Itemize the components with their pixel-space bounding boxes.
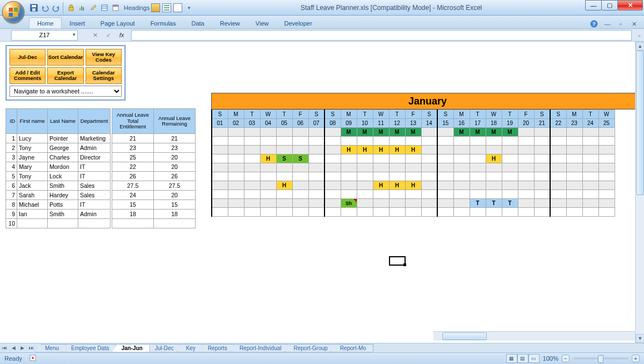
calendar-cell[interactable] (550, 199, 566, 208)
calendar-cell[interactable] (518, 208, 534, 217)
calendar-cell[interactable] (421, 208, 437, 217)
calendar-cell[interactable] (453, 172, 470, 181)
sheet-tab[interactable]: Employee Data (62, 344, 116, 352)
calendar-cell[interactable] (276, 199, 292, 208)
calendar-cell[interactable] (534, 128, 550, 137)
calendar-cell[interactable] (389, 190, 405, 199)
calendar-cell[interactable] (212, 190, 228, 199)
calendar-cell[interactable] (550, 154, 566, 163)
calendar-cell[interactable] (486, 181, 502, 190)
calendar-cell[interactable] (292, 190, 308, 199)
calendar-cell[interactable] (421, 128, 437, 137)
calendar-cell[interactable]: H (373, 146, 389, 154)
calendar-cell[interactable] (486, 163, 502, 172)
calendar-cell[interactable] (502, 146, 518, 154)
calendar-cell[interactable] (260, 190, 276, 199)
calendar-cell[interactable] (437, 181, 453, 190)
calendar-cell[interactable] (244, 154, 260, 163)
page-break-view-icon[interactable]: ▭ (528, 354, 540, 363)
calendar-cell[interactable] (470, 172, 486, 181)
calendar-cell[interactable] (518, 137, 534, 146)
calendar-cell[interactable] (518, 190, 534, 199)
calendar-cell[interactable] (502, 154, 518, 163)
calendar-cell[interactable] (212, 181, 228, 190)
calendar-cell[interactable] (373, 208, 389, 217)
calendar-cell[interactable] (518, 146, 534, 154)
calendar-cell[interactable]: S (292, 154, 308, 163)
calendar-cell[interactable] (550, 208, 566, 217)
calendar-cell[interactable] (357, 199, 373, 208)
calendar-cell[interactable] (373, 199, 389, 208)
calendar-cell[interactable] (598, 146, 615, 154)
calendar-cell[interactable] (453, 190, 470, 199)
header-last-name[interactable]: Last Name (48, 109, 78, 134)
calendar-cell[interactable] (470, 154, 486, 163)
calendar-cell[interactable] (212, 154, 228, 163)
calendar-cell[interactable] (550, 146, 566, 154)
calendar-cell[interactable] (292, 137, 308, 146)
calendar-cell[interactable] (421, 163, 437, 172)
calendar-row[interactable] (212, 163, 615, 172)
calendar-cell[interactable] (405, 208, 421, 217)
calendar-cell[interactable]: H (260, 154, 276, 163)
calendar-cell[interactable] (260, 163, 276, 172)
calendar-cell[interactable] (566, 163, 582, 172)
calendar-cell[interactable]: M (341, 128, 357, 137)
calendar-cell[interactable] (598, 181, 615, 190)
calendar-cell[interactable] (470, 208, 486, 217)
calendar-row[interactable]: ShTTT (212, 199, 615, 208)
calendar-cell[interactable] (212, 199, 228, 208)
calendar-cell[interactable] (502, 163, 518, 172)
calendar-cell[interactable] (276, 146, 292, 154)
calendar-settings-button[interactable]: Calendar Settings (86, 67, 122, 84)
calendar-cell[interactable]: H (486, 154, 502, 163)
header-entitlement[interactable]: Annual Leave Total Entitlement (112, 109, 154, 134)
calendar-cell[interactable] (470, 146, 486, 154)
calendar-cell[interactable] (212, 208, 228, 217)
calendar-cell[interactable] (566, 154, 582, 163)
ribbon-tab-data[interactable]: Data (183, 18, 212, 28)
calendar-cell[interactable] (566, 128, 582, 137)
calendar-cell[interactable] (550, 163, 566, 172)
sort-calendar-button[interactable]: Sort Calendar (47, 49, 83, 66)
zoom-label[interactable]: 100% (543, 355, 558, 362)
calendar-cell[interactable] (373, 154, 389, 163)
calendar-cell[interactable]: M (470, 128, 486, 137)
table-row[interactable]: 10 (6, 219, 196, 228)
calendar-cell[interactable] (276, 208, 292, 217)
table-row[interactable]: 7SarahHardeySales2420 (6, 191, 196, 200)
calendar-cell[interactable] (244, 146, 260, 154)
calendar-cell[interactable] (566, 190, 582, 199)
sheet-tab[interactable]: Report-Mo (331, 344, 373, 352)
calendar-cell[interactable] (502, 172, 518, 181)
calendar-cell[interactable] (486, 146, 502, 154)
calendar-cell[interactable] (598, 208, 615, 217)
calendar-cell[interactable]: Sh (341, 199, 357, 208)
calendar-cell[interactable] (566, 208, 582, 217)
calendar-cell[interactable] (308, 128, 325, 137)
calendar-cell[interactable] (421, 172, 437, 181)
calendar-cell[interactable] (260, 146, 276, 154)
calendar-cell[interactable] (518, 172, 534, 181)
calendar-cell[interactable] (389, 199, 405, 208)
calendar-cell[interactable] (550, 137, 566, 146)
calendar-cell[interactable] (518, 154, 534, 163)
calendar-cell[interactable]: M (389, 128, 405, 137)
table-row[interactable]: 2TonyGeorgeAdmin2323 (6, 143, 196, 153)
calendar-cell[interactable] (534, 154, 550, 163)
calendar-cell[interactable] (534, 181, 550, 190)
calendar-cell[interactable] (308, 163, 325, 172)
calendar-cell[interactable]: T (502, 199, 518, 208)
calendar-cell[interactable] (405, 137, 421, 146)
calendar-cell[interactable] (405, 163, 421, 172)
calendar-cell[interactable]: H (341, 146, 357, 154)
calendar-cell[interactable] (325, 146, 341, 154)
calendar-cell[interactable] (357, 172, 373, 181)
tab-nav-next-icon[interactable]: ▶ (18, 343, 27, 352)
calendar-cell[interactable] (534, 146, 550, 154)
ribbon-tab-formulas[interactable]: Formulas (143, 18, 184, 28)
calendar-cell[interactable] (228, 172, 244, 181)
calendar-cell[interactable] (276, 163, 292, 172)
calendar-cell[interactable] (341, 172, 357, 181)
calendar-cell[interactable] (325, 208, 341, 217)
